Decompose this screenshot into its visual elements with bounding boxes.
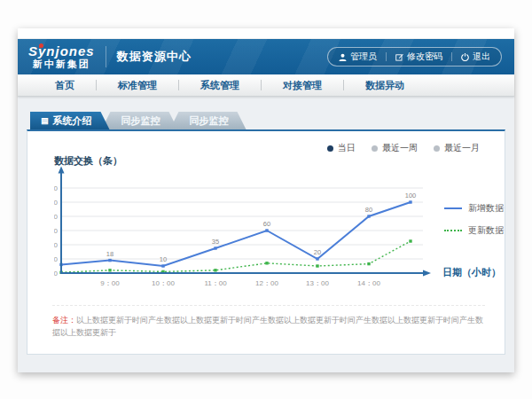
screenshot-frame: Synjones 新中新集团 数据资源中心 管理员 <box>0 0 532 399</box>
user-icon <box>339 53 347 61</box>
range-radio[interactable]: 最近一月 <box>434 142 480 154</box>
svg-text:12：00: 12：00 <box>255 279 278 287</box>
footnote-text: 以上数据更新于时间产生数据以上数据更新于时间产生数据以上数据更新于时间产生数据以… <box>52 316 483 337</box>
time-range-radio-group: 当日 最近一周 最近一月 <box>327 142 480 154</box>
nav-item-home[interactable]: 首页 <box>34 74 96 97</box>
tab-label: 同步监控 <box>121 112 160 129</box>
window-top-strip <box>18 28 514 39</box>
chart-legend: 新增数据 更新数据 <box>444 202 504 237</box>
footnote-label: 备注： <box>52 316 76 325</box>
nav-item-interface-mgmt[interactable]: 对接管理 <box>262 74 343 97</box>
legend-item-new-data[interactable]: 新增数据 <box>444 202 504 215</box>
solid-line-icon <box>444 207 462 209</box>
user-toolbar: 管理员 修改密码 退出 <box>327 47 502 66</box>
synjones-logo[interactable]: Synjones 新中新集团 <box>28 44 95 69</box>
legend-item-updated-data[interactable]: 更新数据 <box>444 224 504 237</box>
edit-icon <box>395 53 403 61</box>
svg-text:9：00: 9：00 <box>100 279 120 287</box>
svg-text:10：00: 10：00 <box>152 279 175 287</box>
admin-user-label: 管理员 <box>350 51 377 63</box>
svg-text:18: 18 <box>106 250 113 258</box>
app-window: Synjones 新中新集团 数据资源中心 管理员 <box>18 28 514 372</box>
svg-text:100: 100 <box>405 192 417 200</box>
nav-item-system-mgmt[interactable]: 系统管理 <box>179 74 261 97</box>
x-axis-title: 日期（小时） <box>442 266 501 279</box>
radio-icon <box>434 145 440 152</box>
svg-text:0: 0 <box>54 270 59 278</box>
document-icon: ▤ <box>41 117 49 125</box>
power-icon <box>461 53 469 61</box>
svg-text:100: 100 <box>54 199 59 207</box>
header-divider <box>106 46 106 67</box>
radio-icon <box>372 145 378 152</box>
range-radio[interactable]: 最近一周 <box>372 142 418 154</box>
logo-red-accent-icon <box>39 43 43 48</box>
svg-text:40: 40 <box>54 241 59 249</box>
svg-text:11：00: 11：00 <box>204 279 227 287</box>
svg-text:80: 80 <box>54 213 59 221</box>
tab-bar: ▤ 系统介绍 同步监控 同步监控 <box>30 112 514 129</box>
logo-company-name: 新中新集团 <box>33 59 90 69</box>
tab-label: 系统介绍 <box>53 112 92 129</box>
admin-user-button[interactable]: 管理员 <box>339 51 377 63</box>
svg-text:20: 20 <box>54 255 59 263</box>
svg-text:60: 60 <box>54 227 59 235</box>
app-header: Synjones 新中新集团 数据资源中心 管理员 <box>18 39 514 74</box>
logout-button[interactable]: 退出 <box>461 51 490 63</box>
svg-text:20: 20 <box>314 248 321 256</box>
user-toolbar-separator <box>451 52 452 61</box>
logout-label: 退出 <box>473 51 490 63</box>
tab-system-intro[interactable]: ▤ 系统介绍 <box>30 112 110 129</box>
radio-icon <box>327 145 333 152</box>
change-password-label: 修改密码 <box>407 51 442 63</box>
range-radio[interactable]: 当日 <box>327 142 356 154</box>
svg-text:10: 10 <box>160 255 167 263</box>
main-nav: 首页 标准管理 系统管理 对接管理 数据异动 <box>18 74 514 97</box>
nav-item-standard-mgmt[interactable]: 标准管理 <box>97 74 178 97</box>
svg-text:60: 60 <box>263 220 270 228</box>
footnote: 备注：以上数据更新于时间产生数据以上数据更新于时间产生数据以上数据更新于时间产生… <box>52 305 485 339</box>
line-chart: 0204060801001209：0010：0011：0012：0013：001… <box>54 165 435 293</box>
svg-text:13：00: 13：00 <box>306 279 329 287</box>
svg-text:120: 120 <box>54 184 59 192</box>
svg-text:35: 35 <box>212 238 219 246</box>
svg-text:14：00: 14：00 <box>357 279 380 287</box>
chart-panel: 当日 最近一周 最近一月 数据交换（条） 0204060801001209：00… <box>27 129 505 355</box>
user-toolbar-separator <box>386 52 387 61</box>
svg-text:80: 80 <box>365 206 372 214</box>
tab-sync-monitor-1[interactable]: 同步监控 <box>102 112 178 129</box>
dotted-line-icon <box>444 230 462 231</box>
nav-item-data-change[interactable]: 数据异动 <box>344 74 426 97</box>
page-title: 数据资源中心 <box>117 49 192 65</box>
logo-wordmark: Synjones <box>28 44 95 58</box>
change-password-button[interactable]: 修改密码 <box>395 51 442 63</box>
tab-label: 同步监控 <box>190 112 229 129</box>
tab-sync-monitor-2[interactable]: 同步监控 <box>170 112 246 129</box>
